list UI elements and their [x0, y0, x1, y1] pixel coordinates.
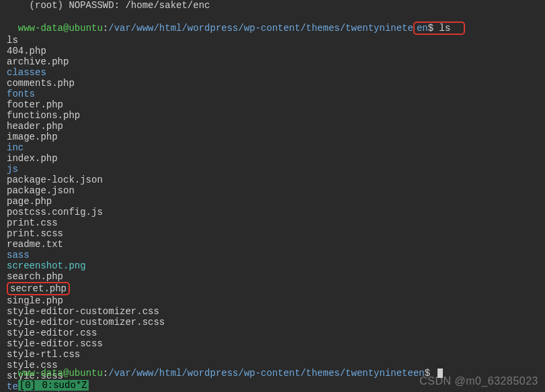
file-entry: classes [7, 67, 538, 78]
file-name: style-editor.css [7, 328, 97, 338]
file-name: style-editor-customizer.css [7, 306, 159, 317]
prompt-line-1[interactable]: www-data@ubuntu:/var/www/html/wordpress/… [7, 11, 538, 35]
file-name: package-lock.json [7, 175, 103, 185]
tmux-status-bar: [0] 0:sudo*Z [7, 369, 89, 391]
prompt-cmd: ls [433, 23, 450, 34]
file-entry: search.php [7, 271, 538, 282]
highlight-file-box: secret.php [7, 282, 70, 295]
file-entry: archive.php [7, 56, 538, 67]
file-name: js [7, 164, 18, 175]
file-name: style-editor-customizer.scss [7, 317, 165, 328]
file-entry: js [7, 164, 538, 175]
file-name: search.php [7, 271, 63, 282]
file-name: footer.php [7, 99, 63, 110]
file-entry: screenshot.png [7, 260, 538, 271]
file-entry: header.php [7, 121, 538, 132]
file-name: screenshot.png [7, 260, 86, 271]
file-name: package.json [7, 185, 75, 196]
file-entry: page.php [7, 196, 538, 207]
prompt-user: www-data@ubuntu [18, 23, 103, 34]
cmd-echo-line: ls [7, 35, 538, 46]
prompt-colon-2: : [103, 368, 108, 379]
file-name: 404.php [7, 46, 46, 56]
file-entry: comments.php [7, 78, 538, 89]
file-name: index.php [7, 153, 58, 164]
file-entry: print.scss [7, 228, 538, 239]
file-name: functions.php [7, 110, 80, 121]
file-name: header.php [7, 121, 63, 132]
file-entry: sass [7, 250, 538, 260]
sudoers-line: (root) NOPASSWD: /home/saket/enc [7, 0, 538, 11]
file-entry: package.json [7, 185, 538, 196]
file-entry: footer.php [7, 99, 538, 110]
highlight-command-box: en$ ls [413, 21, 465, 35]
file-entry: functions.php [7, 110, 538, 121]
file-name: fonts [7, 89, 35, 99]
file-entry: inc [7, 142, 538, 153]
file-name: inc [7, 142, 24, 153]
file-entry: print.css [7, 217, 538, 228]
prompt-path-tail: en [417, 23, 428, 34]
prompt-dollar: $ [428, 23, 433, 34]
file-entry: index.php [7, 153, 538, 164]
file-name: single.php [7, 295, 63, 306]
file-name: image.php [7, 132, 58, 142]
file-entry: style-editor-customizer.css [7, 306, 538, 317]
watermark: CSDN @m0_63285023 [419, 376, 538, 387]
file-name: print.scss [7, 228, 63, 239]
prompt-path-2: /var/www/html/wordpress/wp-content/theme… [108, 368, 424, 379]
file-entry: readme.txt [7, 239, 538, 250]
file-name: page.php [7, 196, 52, 207]
file-name: print.css [7, 217, 58, 228]
file-name: postcss.config.js [7, 207, 103, 217]
file-entry: image.php [7, 132, 538, 142]
file-name: classes [7, 67, 46, 78]
prompt-colon: : [103, 23, 108, 34]
status-text: [0] 0:sudo*Z [18, 380, 89, 391]
file-entry: 404.php [7, 46, 538, 56]
file-entry: style-editor.css [7, 328, 538, 338]
file-name: style-editor.scss [7, 338, 103, 349]
file-entry: fonts [7, 89, 538, 99]
file-entry: style-editor-customizer.scss [7, 317, 538, 328]
file-entry: postcss.config.js [7, 207, 538, 217]
file-name: comments.php [7, 78, 75, 89]
file-entry: package-lock.json [7, 175, 538, 185]
file-entry: secret.php [7, 282, 538, 295]
file-entry: style-editor.scss [7, 338, 538, 349]
prompt-path: /var/www/html/wordpress/wp-content/theme… [108, 23, 413, 34]
file-name: sass [7, 250, 30, 260]
file-name: archive.php [7, 56, 69, 67]
file-listing: 404.phparchive.phpclassescomments.phpfon… [7, 46, 538, 392]
file-entry: single.php [7, 295, 538, 306]
file-name: readme.txt [7, 239, 63, 250]
